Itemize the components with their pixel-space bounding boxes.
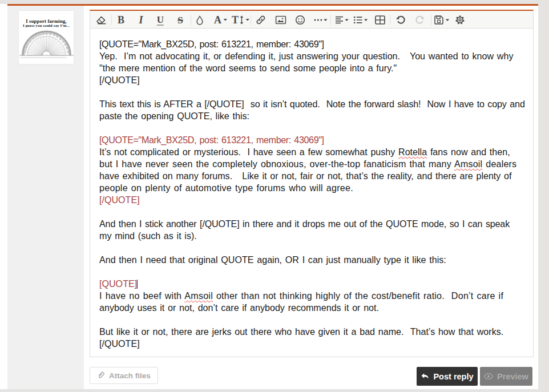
svg-text:20: 20 <box>65 47 68 50</box>
svg-text:100: 100 <box>41 33 45 36</box>
svg-text:60: 60 <box>55 35 59 39</box>
svg-text:80: 80 <box>49 33 52 36</box>
svg-text:70: 70 <box>53 34 55 37</box>
svg-text:10: 10 <box>66 50 69 53</box>
svg-text:40: 40 <box>61 40 64 43</box>
svg-text:30: 30 <box>63 43 67 47</box>
svg-text:50: 50 <box>59 38 62 41</box>
svg-text:90: 90 <box>45 33 47 35</box>
